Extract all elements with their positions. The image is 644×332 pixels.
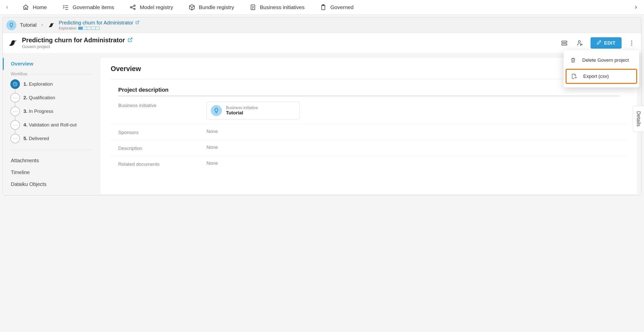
trash-icon bbox=[570, 57, 577, 64]
nav-bundle-registry[interactable]: Bundle registry bbox=[188, 4, 234, 11]
field-label: Business initiative bbox=[118, 102, 207, 108]
more-dropdown: Delete Govern project Export (csv) bbox=[564, 50, 639, 87]
checklist-icon bbox=[62, 4, 69, 11]
field-label: Related documents bbox=[118, 160, 207, 167]
main-content: Overview Project description Business in… bbox=[99, 53, 641, 195]
nav-scroll-left[interactable] bbox=[2, 2, 12, 12]
user-tag-icon-button[interactable] bbox=[575, 38, 585, 48]
field-value: None bbox=[207, 160, 620, 166]
card-subtitle: Business initiative bbox=[226, 106, 258, 110]
clipboard-icon bbox=[320, 4, 327, 11]
nav-items: Home Governable items Model registry Bun… bbox=[12, 4, 630, 11]
step-circle-icon: ⋯ bbox=[10, 120, 20, 130]
nav-label: Business initiatives bbox=[260, 4, 305, 10]
title-bar: Predicting churn for Administrator Gover… bbox=[3, 33, 641, 53]
svg-line-7 bbox=[131, 8, 134, 9]
breadcrumb-tutorial[interactable]: Tutorial bbox=[20, 22, 37, 28]
workflow-icon-button[interactable] bbox=[559, 38, 569, 48]
workflow-step-1[interactable]: 1. Exploration bbox=[10, 77, 94, 91]
package-icon bbox=[188, 4, 195, 11]
top-nav: Home Governable items Model registry Bun… bbox=[0, 0, 644, 15]
sidebar-dataiku-objects[interactable]: Dataiku Objects bbox=[9, 178, 94, 190]
workflow-step-2[interactable]: ⋯ 2. Qualification bbox=[10, 91, 94, 105]
sidebar: Overview Workflow 1. Exploration ⋯ 2. Qu… bbox=[3, 53, 99, 195]
home-icon bbox=[22, 4, 29, 11]
export-csv-menu-item[interactable]: Export (csv) bbox=[566, 69, 637, 84]
clock-icon bbox=[10, 79, 20, 89]
external-link-icon[interactable] bbox=[128, 37, 133, 44]
pencil-icon bbox=[597, 40, 602, 46]
nav-governable-items[interactable]: Governable items bbox=[62, 4, 114, 11]
panel-heading: Overview bbox=[111, 65, 627, 79]
nav-label: Model registry bbox=[140, 4, 173, 10]
delete-label: Delete Govern project bbox=[582, 57, 629, 63]
svg-line-6 bbox=[131, 6, 134, 7]
edit-button[interactable]: EDIT bbox=[591, 37, 622, 49]
field-value: None bbox=[207, 145, 620, 150]
field-related-documents: Related documents None bbox=[111, 156, 627, 172]
chevron-right-icon bbox=[40, 22, 44, 28]
workflow-section-label: Workflow bbox=[9, 70, 94, 77]
nav-business-initiatives[interactable]: Business initiatives bbox=[249, 4, 305, 11]
document-icon bbox=[249, 4, 256, 11]
workflow-step-3[interactable]: ⋯ 3. In Progress bbox=[10, 105, 94, 118]
sidebar-overview[interactable]: Overview bbox=[3, 58, 94, 70]
breadcrumb: Tutorial Predicting churn for Administra… bbox=[3, 17, 641, 33]
field-label: Description bbox=[118, 145, 207, 151]
bulb-icon bbox=[211, 105, 222, 116]
sidebar-attachments[interactable]: Attachments bbox=[9, 155, 94, 167]
bird-icon bbox=[48, 21, 55, 29]
workflow-step-4[interactable]: ⋯ 4. Validation and Roll-out bbox=[10, 118, 94, 132]
breadcrumb-stage: Exploration bbox=[59, 26, 76, 30]
breadcrumb-project[interactable]: Predicting churn for Administrator Explo… bbox=[59, 20, 139, 30]
step-circle-icon: ⋯ bbox=[10, 93, 20, 103]
nav-home[interactable]: Home bbox=[22, 4, 47, 11]
nav-label: Governable items bbox=[73, 4, 114, 10]
more-menu-button[interactable] bbox=[627, 39, 636, 48]
bird-icon bbox=[8, 38, 18, 48]
workflow-step-5[interactable]: ⋯ 5. Delivered bbox=[10, 132, 94, 145]
overview-panel: Overview Project description Business in… bbox=[101, 58, 637, 194]
svg-point-17 bbox=[578, 41, 580, 43]
field-label: Sponsors bbox=[118, 129, 207, 135]
sidebar-timeline[interactable]: Timeline bbox=[9, 167, 94, 178]
delete-menu-item[interactable]: Delete Govern project bbox=[564, 53, 639, 68]
field-sponsors: Sponsors None bbox=[111, 124, 627, 140]
svg-rect-16 bbox=[562, 44, 567, 45]
svg-rect-9 bbox=[251, 5, 255, 10]
details-side-tab[interactable]: Details bbox=[633, 106, 644, 132]
nav-label: Home bbox=[33, 4, 47, 10]
page-subtitle: Govern project bbox=[22, 44, 133, 49]
section-title: Project description bbox=[118, 87, 620, 96]
export-label: Export (csv) bbox=[583, 74, 609, 79]
step-circle-icon: ⋯ bbox=[10, 107, 20, 116]
divider bbox=[11, 150, 92, 150]
field-business-initiative: Business initiative Business initiative … bbox=[111, 97, 627, 124]
progress-segments bbox=[78, 27, 100, 30]
svg-rect-15 bbox=[562, 41, 567, 42]
page-title: Predicting churn for Administrator bbox=[22, 37, 125, 44]
body-layout: Overview Workflow 1. Exploration ⋯ 2. Qu… bbox=[3, 53, 641, 195]
external-link-icon[interactable] bbox=[135, 20, 139, 26]
business-initiative-card[interactable]: Business initiative Tutorial bbox=[207, 102, 300, 119]
field-description: Description None bbox=[111, 140, 627, 156]
svg-point-19 bbox=[631, 43, 632, 44]
nav-scroll-right[interactable] bbox=[630, 1, 642, 13]
main-container: Tutorial Predicting churn for Administra… bbox=[3, 17, 641, 195]
step-circle-icon: ⋯ bbox=[10, 134, 20, 143]
export-icon bbox=[571, 73, 578, 80]
breadcrumb-project-title: Predicting churn for Administrator bbox=[59, 20, 133, 26]
card-title: Tutorial bbox=[226, 110, 258, 116]
tutorial-bulb-icon[interactable] bbox=[6, 20, 16, 30]
field-value: None bbox=[207, 129, 620, 134]
edit-label: EDIT bbox=[604, 40, 616, 46]
svg-point-18 bbox=[631, 41, 632, 42]
svg-point-20 bbox=[631, 45, 632, 46]
workflow-steps: 1. Exploration ⋯ 2. Qualification ⋯ 3. I… bbox=[9, 77, 94, 145]
nav-label: Governed bbox=[330, 4, 354, 10]
network-icon bbox=[129, 4, 136, 11]
nav-model-registry[interactable]: Model registry bbox=[129, 4, 173, 11]
nav-governed[interactable]: Governed bbox=[320, 4, 354, 11]
nav-label: Bundle registry bbox=[199, 4, 234, 10]
